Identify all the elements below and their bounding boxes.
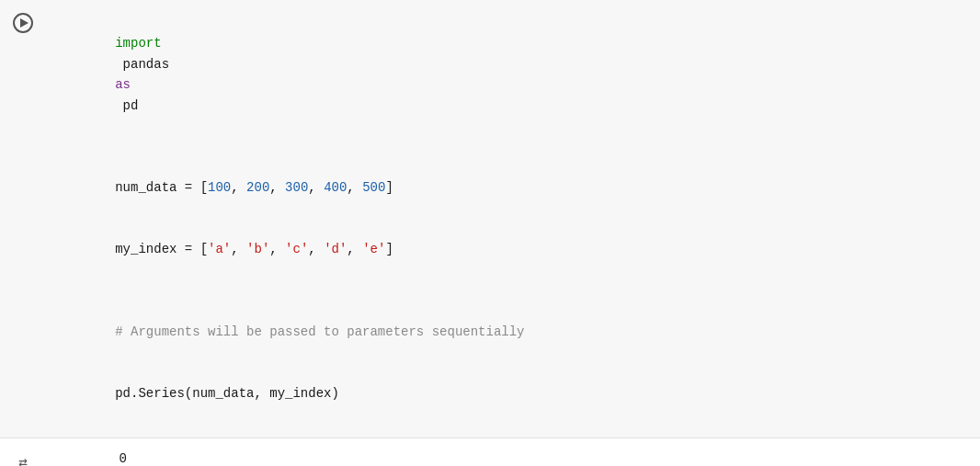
str-b: 'b' <box>246 242 269 256</box>
series-header-col-0: 0 <box>72 451 127 466</box>
cell-gutter <box>0 0 46 438</box>
code-cell: import pandas as pd num_data = [100, 200… <box>0 0 980 438</box>
num-300: 300 <box>285 180 308 195</box>
output-gutter: ⇄ <box>0 438 46 466</box>
series-table: 0 a 100 b 200 c 300 d 400 <box>53 451 965 466</box>
text-pd: pd <box>115 98 138 113</box>
code-line-num-data: num_data = [100, 200, 300, 400, 500] <box>53 157 965 219</box>
num-200: 200 <box>246 180 269 195</box>
notebook-container: import pandas as pd num_data = [100, 200… <box>0 0 980 466</box>
keyword-as: as <box>115 77 131 92</box>
code-line-series: pd.Series(num_data, my_index) <box>53 363 965 425</box>
code-line-my-index: my_index = ['a', 'b', 'c', 'd', 'e'] <box>53 219 965 280</box>
series-call: pd.Series(num_data, my_index) <box>115 386 339 401</box>
num-500: 500 <box>362 180 385 195</box>
blank-line-1 <box>53 136 965 156</box>
run-button[interactable] <box>13 13 33 33</box>
code-line-comment: # Arguments will be passed to parameters… <box>53 301 965 362</box>
text-pandas: pandas <box>115 57 177 72</box>
str-a: 'a' <box>208 242 231 256</box>
str-c: 'c' <box>285 242 308 256</box>
num-100: 100 <box>208 180 231 195</box>
var-num-data: num_data = [ <box>115 180 208 195</box>
num-400: 400 <box>324 180 347 195</box>
output-content: 0 a 100 b 200 c 300 d 400 <box>46 438 980 466</box>
str-d: 'd' <box>324 242 347 256</box>
code-line-import: import pandas as pd <box>53 13 965 136</box>
str-e: 'e' <box>362 242 385 256</box>
output-expand-icon[interactable]: ⇄ <box>18 453 28 466</box>
series-header-row: 0 <box>72 451 965 466</box>
var-my-index: my_index = [ <box>115 242 208 256</box>
code-content: import pandas as pd num_data = [100, 200… <box>46 0 980 438</box>
keyword-import: import <box>115 36 161 51</box>
blank-line-2 <box>53 280 965 301</box>
output-cell: ⇄ 0 a 100 b 200 c 300 <box>0 438 980 466</box>
comment-text: # Arguments will be passed to parameters… <box>115 324 524 339</box>
